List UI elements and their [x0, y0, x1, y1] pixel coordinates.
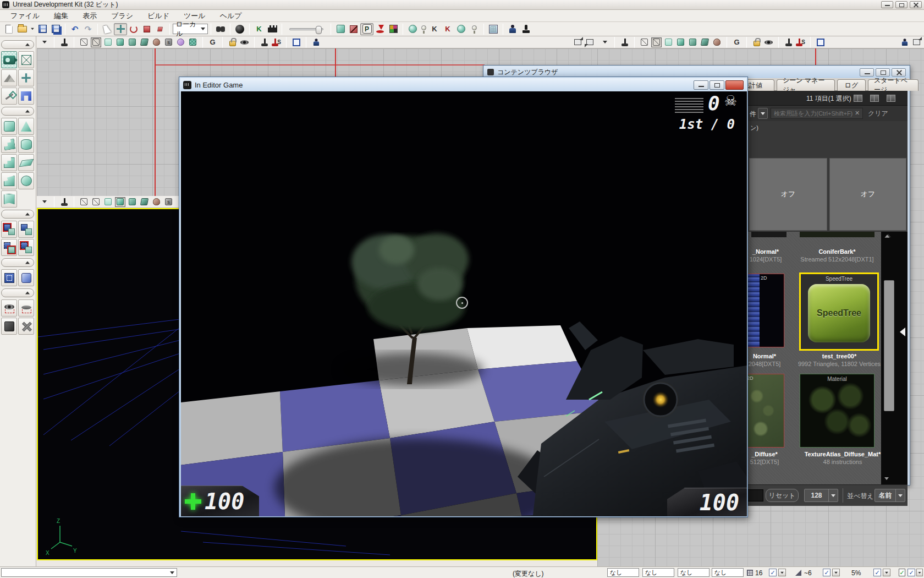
scale-nonuniform-button[interactable] [153, 23, 167, 35]
kismet-event-button[interactable]: K [441, 23, 454, 35]
menu-brush[interactable]: ブラシ [104, 10, 140, 22]
viewmode-wireframe-button[interactable] [639, 37, 650, 47]
square-region-button[interactable] [815, 37, 826, 47]
select-inside-button[interactable] [1, 269, 17, 286]
terrain-mode-button[interactable] [1, 69, 17, 86]
viewmode-brushwire-button[interactable] [91, 37, 101, 47]
autosave-dropdown[interactable] [916, 569, 923, 576]
csg-deintersect-button[interactable] [18, 239, 34, 256]
new-map-button[interactable] [2, 23, 15, 35]
asset-thumb-speedtree-selected[interactable]: SpeedTree SpeedTree [799, 272, 879, 351]
maximize-button[interactable] [895, 1, 908, 8]
viewmode-detail-button[interactable] [127, 37, 138, 47]
asset-thumb-diffuse[interactable]: 2D [745, 374, 784, 448]
asset-thumb-normalmap[interactable]: 2D [745, 274, 784, 347]
cb-close-button[interactable] [892, 68, 906, 77]
kismet-variable-button[interactable]: K [428, 23, 441, 35]
redo-button[interactable]: ↷ [81, 23, 95, 35]
show-flags-button[interactable] [239, 37, 250, 47]
grid-snap-checkbox[interactable]: ✓ [769, 569, 777, 576]
game-maximize-button[interactable] [710, 80, 724, 90]
clear-filter-button[interactable]: クリア [868, 109, 888, 118]
viewmode-wireframe-button[interactable] [79, 37, 89, 47]
asset-name[interactable]: ConiferBark* [793, 248, 881, 255]
autosave-checkbox[interactable]: ✓ [908, 569, 915, 576]
csg-add-button[interactable] [1, 221, 17, 238]
brush-cube-button[interactable] [1, 118, 17, 135]
thumb-size-dropdown[interactable]: 128 [804, 489, 838, 502]
game-window-titlebar[interactable]: In Editor Game [180, 78, 746, 91]
clear-selection-button[interactable] [18, 318, 34, 335]
content-browser-button[interactable] [233, 23, 246, 35]
matinee-button[interactable] [266, 23, 279, 35]
player-start-button[interactable] [311, 37, 321, 47]
player-start-button[interactable] [899, 37, 910, 47]
camera-mode-button[interactable] [1, 51, 17, 68]
square-region-button[interactable] [291, 37, 301, 47]
menu-file[interactable]: ファイル [3, 10, 47, 22]
save-all-button[interactable] [49, 23, 62, 35]
brush-stairs-button[interactable] [1, 154, 17, 171]
tab-scene-manager[interactable]: シーン マネージャ [777, 79, 835, 91]
game-view-button[interactable]: G [732, 37, 742, 47]
viewmode-shadercomplexity-button[interactable] [151, 37, 162, 47]
csg-subtract-button[interactable] [18, 221, 34, 238]
brush-spiral-stairs-button[interactable] [1, 172, 17, 189]
socket-sphere-button[interactable] [406, 23, 419, 35]
camera-speed-button[interactable]: S [271, 37, 282, 47]
tab-start-page[interactable]: スタートページ [868, 79, 919, 91]
scale-tool-button[interactable] [140, 23, 153, 35]
undo-button[interactable]: ↶ [68, 23, 81, 35]
viewmode-shadercomplexity-button[interactable] [712, 37, 722, 47]
add-volume-button[interactable] [18, 269, 34, 286]
viewmode-lightingonly-button[interactable] [700, 37, 710, 47]
translate-widget-button[interactable] [18, 69, 34, 86]
section-collapse-csg[interactable] [1, 210, 34, 219]
status-combobox[interactable] [1, 568, 177, 577]
cb-maximize-button[interactable] [876, 68, 890, 77]
asset-thumb-partial[interactable] [751, 232, 787, 237]
float-viewport-button[interactable] [573, 37, 583, 47]
lock-viewport-button[interactable] [227, 37, 238, 47]
filter-toggle-left[interactable]: オフ [749, 158, 827, 231]
game-close-button[interactable] [725, 80, 744, 90]
open-map-button[interactable] [15, 23, 29, 35]
kismet-button[interactable]: K [252, 23, 266, 35]
rotate-tool-button[interactable] [127, 23, 140, 35]
texture-paint-button[interactable] [1, 88, 17, 105]
maximize-viewport-button[interactable] [59, 37, 69, 47]
viewmode-lightcomplexity-button[interactable] [175, 37, 186, 47]
search-input[interactable] [771, 108, 863, 119]
brush-sphere-button[interactable] [18, 172, 34, 189]
search-actors-button[interactable] [214, 23, 227, 35]
game-view-button[interactable]: G [207, 37, 218, 47]
camera-lock-button[interactable] [783, 37, 794, 47]
coordinate-space-select[interactable]: ローカル [173, 24, 208, 34]
game-minimize-button[interactable] [694, 80, 708, 90]
viewmode-lightingonly-button[interactable] [139, 197, 150, 207]
static-mesh-mode-button[interactable] [18, 88, 34, 105]
builder-brush-button[interactable] [334, 23, 347, 35]
popout-viewport-button[interactable] [911, 37, 922, 47]
search-clear-x-icon[interactable]: ✕ [855, 110, 860, 117]
angle-snap-checkbox[interactable]: ✓ [823, 569, 831, 576]
csg-intersect-button[interactable] [1, 239, 17, 256]
tab-log[interactable]: ログ [837, 79, 866, 91]
viewmode-unlit-button[interactable] [103, 37, 113, 47]
publish-stamp-button[interactable] [519, 23, 532, 35]
show-flags-button[interactable] [763, 37, 774, 47]
scrollbar-thumb[interactable] [884, 280, 894, 411]
lock-viewport-button[interactable] [751, 37, 762, 47]
invert-selection-button[interactable] [1, 318, 17, 335]
light-visibility-button[interactable] [468, 23, 481, 35]
drop-to-floor-button[interactable] [373, 23, 387, 35]
play-in-editor-button[interactable]: P [360, 23, 373, 35]
viewport-menu-dropdown[interactable] [39, 37, 50, 47]
section-collapse-visibility[interactable] [1, 288, 34, 297]
viewmode-detail-button[interactable] [688, 37, 698, 47]
geometry-mode-button[interactable] [18, 51, 34, 68]
viewmode-unlit-button[interactable] [103, 197, 113, 207]
brush-cylinder-button[interactable] [18, 136, 34, 153]
asset-thumb-material[interactable]: Material [800, 374, 875, 448]
viewmode-detail-button[interactable] [127, 197, 138, 207]
